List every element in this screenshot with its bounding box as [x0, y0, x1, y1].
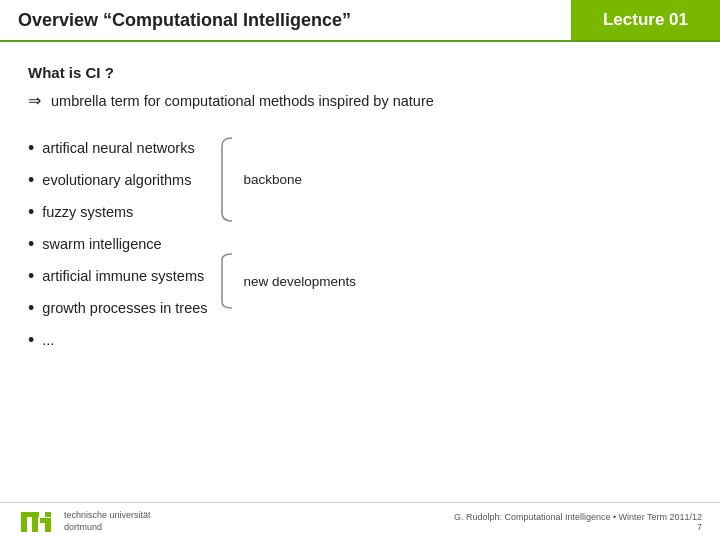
slide-title: Overview “Computational Intelligence” — [0, 0, 571, 40]
bullet-text: growth processes in trees — [42, 300, 207, 316]
bullet-dot: • — [28, 299, 34, 317]
bullet-text: swarm intelligence — [42, 236, 161, 252]
bullet-text: artificial immune systems — [42, 268, 204, 284]
svg-rect-6 — [45, 523, 51, 532]
bullet-dot: • — [28, 203, 34, 221]
list-item: • fuzzy systems — [28, 196, 208, 228]
svg-rect-3 — [32, 512, 38, 532]
bullet-dot: • — [28, 171, 34, 189]
university-logo-area: technische universität dortmund — [0, 504, 151, 540]
university-name: technische universität dortmund — [64, 510, 151, 533]
lecture-label: Lecture 01 — [603, 10, 688, 30]
backbone-bracket-icon — [218, 136, 238, 223]
implication-arrow: ⇒ — [28, 91, 41, 110]
title-text: Overview “Computational Intelligence” — [18, 10, 351, 31]
uni-line2: dortmund — [64, 522, 151, 534]
bullet-dot: • — [28, 267, 34, 285]
bullet-text: ... — [42, 332, 54, 348]
what-is-ci-heading: What is CI ? — [28, 64, 692, 81]
list-item: • artificial immune systems — [28, 260, 208, 292]
bullet-dot: • — [28, 331, 34, 349]
bullet-text: evolutionary algorithms — [42, 172, 191, 188]
footer: technische universität dortmund G. Rudol… — [0, 502, 720, 540]
page-number: 7 — [454, 522, 702, 532]
bullet-dot: • — [28, 139, 34, 157]
umbrella-statement: ⇒ umbrella term for computational method… — [28, 91, 692, 110]
tu-logo-icon — [18, 504, 54, 540]
citation-text: G. Rudolph: Computational Intelligence •… — [454, 512, 702, 522]
slide-content: What is CI ? ⇒ umbrella term for computa… — [0, 42, 720, 366]
list-item: • swarm intelligence — [28, 228, 208, 260]
svg-rect-4 — [40, 518, 51, 523]
footer-citation: G. Rudolph: Computational Intelligence •… — [454, 512, 702, 532]
list-item: • ... — [28, 324, 208, 356]
svg-rect-5 — [45, 512, 51, 517]
bullet-dot: • — [28, 235, 34, 253]
umbrella-text: umbrella term for computational methods … — [51, 93, 434, 109]
new-developments-label: new developments — [244, 274, 357, 289]
list-item: • evolutionary algorithms — [28, 164, 208, 196]
uni-line1: technische universität — [64, 510, 151, 522]
list-item: • artifical neural networks — [28, 132, 208, 164]
what-is-label: What is CI ? — [28, 64, 114, 81]
bullet-text: artifical neural networks — [42, 140, 194, 156]
new-developments-bracket-icon — [218, 252, 238, 310]
list-item: • growth processes in trees — [28, 292, 208, 324]
lecture-badge: Lecture 01 — [571, 0, 720, 40]
bullet-list: • artifical neural networks • evolutiona… — [28, 132, 208, 356]
bullet-text: fuzzy systems — [42, 204, 133, 220]
backbone-label: backbone — [244, 172, 303, 187]
header: Overview “Computational Intelligence” Le… — [0, 0, 720, 42]
